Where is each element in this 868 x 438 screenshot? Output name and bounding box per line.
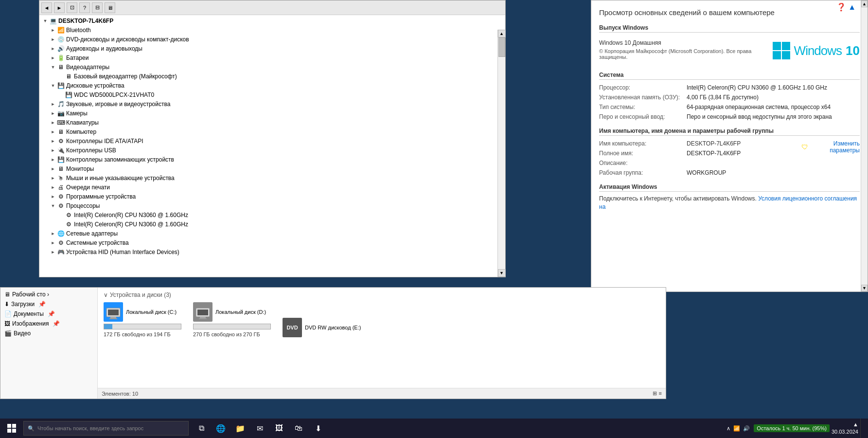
scroll-up-button[interactable]: ▲ bbox=[498, 30, 506, 37]
volume-icon[interactable]: 🔊 bbox=[743, 425, 750, 432]
store-button[interactable]: 🛍 bbox=[290, 419, 307, 438]
grid-view-icon[interactable]: ⊞ bbox=[653, 390, 657, 397]
sysinfo-scroll-down[interactable]: ▼ bbox=[861, 285, 868, 292]
tree-expander-root[interactable]: ▼ bbox=[41, 17, 49, 25]
tree-item-printers[interactable]: ►🖨Очереди печати bbox=[39, 182, 497, 192]
usb-icon: 🔌 bbox=[57, 146, 65, 154]
tree-expander-keyboard[interactable]: ► bbox=[49, 119, 57, 127]
tree-item-monitors[interactable]: ►🖥Мониторы bbox=[39, 164, 497, 173]
tree-expander-storagecontrollers[interactable]: ► bbox=[49, 156, 57, 164]
tree-expander-battery[interactable]: ► bbox=[49, 54, 57, 62]
tree-expander-sysdevices[interactable]: ► bbox=[49, 239, 57, 247]
scan-button[interactable]: ⊟ bbox=[92, 2, 103, 13]
fe-sidebar-item-downloads[interactable]: ⬇ Загрузки 📌 bbox=[0, 299, 97, 309]
tree-item-mice[interactable]: ►🖱Мыши и иные указывающие устройства bbox=[39, 173, 497, 182]
back-button[interactable]: ◄ bbox=[41, 2, 52, 13]
tree-item-video[interactable]: ▼🖥Видеоадаптеры bbox=[39, 62, 497, 72]
tree-item-usbcontrollers[interactable]: ►🔌Контроллеры USB bbox=[39, 146, 497, 155]
help-icon[interactable]: ❓ ▲ bbox=[836, 2, 856, 12]
fe-content: ∨ Устройства и диски (3) Локальный диск … bbox=[98, 288, 666, 399]
tree-expander-camera[interactable]: ► bbox=[49, 110, 57, 117]
chevron-up-icon[interactable]: ∧ bbox=[726, 425, 730, 432]
tree-expander-monitors[interactable]: ► bbox=[49, 165, 57, 173]
battery-indicator[interactable]: Осталось 1 ч. 50 мин. (95%) bbox=[754, 424, 830, 432]
tree-item-sysdevices[interactable]: ►⚙Системные устройства bbox=[39, 238, 497, 247]
taskbar-clock[interactable]: ▲ 30.03.2024 bbox=[832, 421, 858, 436]
tree-expander-mice[interactable]: ► bbox=[49, 174, 57, 182]
tree-scrollbar[interactable]: ▲ ▼ bbox=[497, 30, 505, 277]
tree-expander-softdevices[interactable]: ► bbox=[49, 193, 57, 201]
tree-item-processors[interactable]: ▼⚙Процессоры bbox=[39, 201, 497, 210]
fe-drive-d[interactable]: Локальный диск (D:) 270 ГБ свободно из 2… bbox=[193, 302, 271, 337]
forward-button[interactable]: ► bbox=[54, 2, 65, 13]
tree-item-root[interactable]: ▼💻DESKTOP-7L4K6FP bbox=[39, 16, 497, 25]
network-icon[interactable]: 📶 bbox=[733, 425, 740, 432]
tree-expander-bluetooth[interactable]: ► bbox=[49, 26, 57, 34]
logo-sq1 bbox=[773, 42, 781, 50]
tree-expander-netadapters[interactable]: ► bbox=[49, 230, 57, 237]
tree-expander-computer2[interactable]: ► bbox=[49, 128, 57, 136]
start-button[interactable] bbox=[0, 419, 23, 438]
fe-sidebar-item-video[interactable]: 🎬 Видео bbox=[0, 328, 97, 338]
svg-rect-6 bbox=[200, 317, 206, 318]
tree-label-computer2: Компьютер bbox=[66, 128, 96, 135]
tree-label-dvd: DVD-дисководы и дисководы компакт-дисков bbox=[66, 36, 189, 43]
change-params-button[interactable]: 🛡 Изменить параметры bbox=[801, 140, 860, 154]
photos-button[interactable]: 🖼 bbox=[270, 419, 288, 438]
monitor-button[interactable]: 🖥 bbox=[105, 2, 115, 13]
sysinfo-scrollbar[interactable]: ▲ ▼ bbox=[861, 0, 868, 292]
tree-expander-printers[interactable]: ► bbox=[49, 183, 57, 191]
tree-item-disk[interactable]: ▼💾Дисковые устройства bbox=[39, 81, 497, 90]
show-desktop-button[interactable] bbox=[860, 419, 864, 438]
tree-item-cpu2[interactable]: ⚙Intel(R) Celeron(R) CPU N3060 @ 1.60GHz bbox=[39, 219, 497, 229]
tree-expander-dvd[interactable]: ► bbox=[49, 36, 57, 43]
tree-item-netadapters[interactable]: ►🌐Сетевые адаптеры bbox=[39, 229, 497, 238]
drive-e-label: DVD RW дисковод (E:) bbox=[305, 325, 361, 330]
scroll-down-button[interactable]: ▼ bbox=[498, 269, 506, 277]
tree-expander-sound[interactable]: ► bbox=[49, 100, 57, 108]
fe-sidebar-item-images[interactable]: 🖼 Изображения 📌 bbox=[0, 319, 97, 328]
tree-item-storagecontrollers[interactable]: ►💾Контроллеры запоминающих устройств bbox=[39, 155, 497, 164]
properties-button[interactable]: ⊡ bbox=[67, 2, 77, 13]
tree-expander-hid[interactable]: ► bbox=[49, 248, 57, 256]
tree-expander-audio[interactable]: ► bbox=[49, 45, 57, 53]
cpu-small-icon: ⚙ bbox=[65, 211, 72, 219]
list-view-icon[interactable]: ≡ bbox=[659, 390, 662, 397]
tree-item-softdevices[interactable]: ►⚙Программные устройства bbox=[39, 192, 497, 201]
mouse-icon: 🖱 bbox=[57, 174, 65, 182]
tree-item-dvd[interactable]: ►💿DVD-дисководы и дисководы компакт-диск… bbox=[39, 35, 497, 44]
fe-sidebar-item-documents[interactable]: 📄 Документы 📌 bbox=[0, 309, 97, 319]
mail-button[interactable]: ✉ bbox=[251, 419, 268, 438]
fe-drive-e[interactable]: DVD DVD RW дисковод (E:) bbox=[283, 318, 361, 337]
tree-item-cpu1[interactable]: ⚙Intel(R) Celeron(R) CPU N3060 @ 1.60GHz bbox=[39, 210, 497, 219]
taskbar-search-box[interactable]: 🔍 Чтобы начать поиск, введите здесь запр… bbox=[23, 421, 189, 436]
tree-item-computer2[interactable]: ►🖥Компьютер bbox=[39, 127, 497, 136]
controller-icon: ⚙ bbox=[57, 137, 65, 145]
tree-expander-usbcontrollers[interactable]: ► bbox=[49, 146, 57, 154]
tree-expander-processors[interactable]: ▼ bbox=[49, 202, 57, 210]
scroll-thumb[interactable] bbox=[498, 37, 505, 57]
edge-button[interactable]: 🌐 bbox=[212, 419, 230, 438]
tree-item-video-child[interactable]: 🖥Базовый видеоадаптер (Майкрософт) bbox=[39, 72, 497, 81]
tree-item-hid[interactable]: ►🎮Устройства HID (Human Interface Device… bbox=[39, 247, 497, 256]
battery-icon: 🔋 bbox=[57, 54, 65, 62]
taskview-button[interactable]: ⧉ bbox=[193, 419, 210, 438]
fe-sidebar-item-desktop[interactable]: 🖥 Рабочий сто › bbox=[0, 290, 97, 299]
tree-item-audio[interactable]: ►🔊Аудиовходы и аудиовыходы bbox=[39, 44, 497, 53]
extra-button[interactable]: ⬇ bbox=[309, 419, 327, 438]
tree-item-battery[interactable]: ►🔋Батареи bbox=[39, 53, 497, 62]
tree-expander-disk[interactable]: ▼ bbox=[49, 82, 57, 90]
tree-item-idecontrollers[interactable]: ►⚙Контроллеры IDE ATA/ATAPI bbox=[39, 136, 497, 146]
tree-item-sound[interactable]: ►🎵Звуковые, игровые и видеоустройства bbox=[39, 99, 497, 109]
tree-expander-idecontrollers[interactable]: ► bbox=[49, 137, 57, 145]
fe-drive-c[interactable]: Локальный диск (C:) 172 ГБ свободно из 1… bbox=[104, 302, 181, 337]
drive-d-icon bbox=[193, 302, 213, 322]
tree-item-bluetooth[interactable]: ►📶Bluetooth bbox=[39, 25, 497, 35]
tree-item-camera[interactable]: ►📷Камеры bbox=[39, 109, 497, 118]
tree-expander-video[interactable]: ▼ bbox=[49, 63, 57, 71]
tree-item-disk-child[interactable]: 💾WDC WD5000LPCX-21VHAT0 bbox=[39, 90, 497, 99]
help-button[interactable]: ? bbox=[79, 2, 90, 13]
explorer-button[interactable]: 📁 bbox=[231, 419, 249, 438]
tree-item-keyboard[interactable]: ►⌨Клавиатуры bbox=[39, 118, 497, 127]
sysinfo-scroll-up[interactable]: ▲ bbox=[861, 0, 868, 7]
